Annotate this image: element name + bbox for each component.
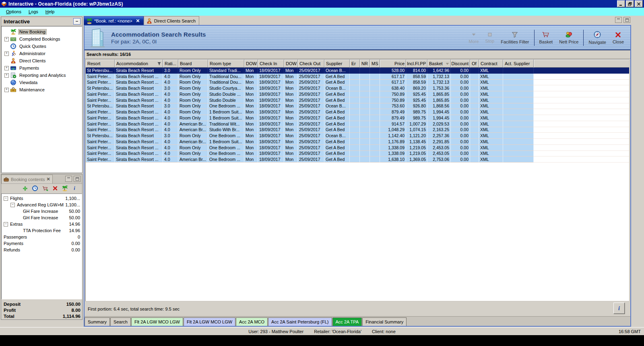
- cell-rati-: 4.0: [163, 115, 178, 121]
- window-minimize-button[interactable]: [617, 0, 625, 7]
- result-row[interactable]: St Petersbu...Sirata Beach Resort3.0Room…: [86, 85, 629, 91]
- column-header-check-out[interactable]: Check Out: [298, 60, 324, 68]
- expand-plus-icon[interactable]: +: [4, 88, 9, 92]
- booking-panel-minimize-button[interactable]: [65, 176, 72, 182]
- toolbar-close-button[interactable]: Close: [609, 31, 627, 44]
- booking-toolbar-delx-button[interactable]: [52, 185, 58, 192]
- booking-tree-item[interactable]: −Advanced Reg LGW>M1,100...: [2, 202, 82, 208]
- window-close-button[interactable]: [635, 0, 643, 7]
- result-row[interactable]: Saint Peter...Sirata Beach Resort ...4.0…: [86, 121, 629, 127]
- result-row[interactable]: St Petersbu...Sirata Beach Resort3.0Room…: [86, 103, 629, 109]
- info-button[interactable]: i: [613, 303, 625, 314]
- tab-direct-clients-search[interactable]: Direct Clients Search: [144, 16, 199, 25]
- result-row[interactable]: Saint Peter...Sirata Beach Resort ...4.0…: [86, 151, 629, 157]
- section-tab-flt-2a-lgw-mco-lgw[interactable]: Flt 2A LGW MCO LGW: [184, 317, 235, 326]
- result-row[interactable]: Saint Peter...Sirata Beach Resort ...4.0…: [86, 74, 629, 80]
- result-row[interactable]: Saint Peter...Sirata Beach Resort ...4.0…: [86, 91, 629, 97]
- section-tab-flt-2a-lgw-mco-lgw[interactable]: Flt 2A LGW MCO LGW: [131, 317, 183, 326]
- sidebar-item-quick-quotes[interactable]: Quick Quotes: [2, 43, 82, 50]
- sidebar-item-administrator[interactable]: +Administrator: [2, 50, 82, 57]
- booking-tree-item[interactable]: Refunds0.00: [2, 247, 82, 253]
- toolbar-basket-button[interactable]: Basket: [536, 31, 556, 44]
- column-header-basket[interactable]: Basket: [427, 60, 451, 68]
- result-row[interactable]: St Petersbu...Sirata Beach Resort3.0Room…: [86, 133, 629, 139]
- sidebar-item-reporting-and-analytics[interactable]: +Reporting and Analytics: [2, 72, 82, 79]
- booking-toolbar-cartmove-button[interactable]: [42, 185, 49, 192]
- column-header-incl-fl-pp[interactable]: Incl.Fl.PP: [406, 60, 427, 68]
- sidebar-item-maintenance[interactable]: +Maintenance: [2, 86, 82, 93]
- column-header-act-supplier[interactable]: Act. Supplier: [503, 60, 534, 68]
- column-header-rati-[interactable]: Rati...: [163, 60, 178, 68]
- tab-booking-ref[interactable]: *Book. ref.: <none>: [84, 16, 144, 25]
- sidebar-item-viewdata[interactable]: Viewdata: [2, 79, 82, 86]
- section-tab-search[interactable]: Search: [110, 317, 131, 326]
- sidebar-item-direct-clients[interactable]: Direct Clients: [2, 57, 82, 64]
- section-tab-summary[interactable]: Summary: [85, 317, 110, 326]
- result-row[interactable]: Saint Peter...Sirata Beach Resort ...4.0…: [86, 97, 629, 103]
- column-header-ms[interactable]: MS: [370, 60, 380, 68]
- booking-tree-item[interactable]: −Extras14.96: [2, 221, 82, 227]
- result-row[interactable]: Saint Peter...Sirata Beach Resort ...4.0…: [86, 80, 629, 86]
- tab-close-icon[interactable]: [136, 19, 140, 23]
- expand-plus-icon[interactable]: +: [4, 73, 9, 78]
- expand-plus-icon[interactable]: +: [4, 51, 9, 56]
- cell-check-in: 18/09/2017: [258, 97, 284, 103]
- toolbar-nett-price-button[interactable]: Nett Price: [556, 31, 582, 44]
- main-panel-minimize-button[interactable]: [615, 17, 622, 23]
- column-header-accommodation[interactable]: Accommodation: [115, 60, 163, 68]
- column-header-room-type[interactable]: Room type: [208, 60, 244, 68]
- main-panel-maximize-button[interactable]: [623, 17, 630, 23]
- booking-toolbar-clock-button[interactable]: [32, 185, 38, 192]
- booking-panel-maximize-button[interactable]: [74, 176, 80, 182]
- column-header-dow[interactable]: DOW: [284, 60, 298, 68]
- collapse-minus-icon[interactable]: −: [10, 203, 15, 207]
- result-row[interactable]: Saint Peter...Sirata Beach Resort ...4.0…: [86, 109, 629, 115]
- column-header-nr[interactable]: NR: [360, 60, 370, 68]
- result-row[interactable]: Saint Peter...Sirata Beach Resort ...4.0…: [86, 145, 629, 151]
- expand-plus-icon[interactable]: +: [4, 66, 9, 70]
- column-header-er[interactable]: Er: [350, 60, 360, 68]
- sidebar-item-payments[interactable]: +$Payments: [2, 64, 82, 72]
- sidebar-collapse-button[interactable]: [73, 18, 80, 25]
- menu-options[interactable]: Options: [2, 8, 25, 15]
- booking-tree-item[interactable]: Payments0.00: [2, 240, 82, 247]
- booking-tree-item[interactable]: −Flights1,100...: [2, 195, 82, 202]
- booking-toolbar-plus-button[interactable]: [22, 185, 28, 192]
- column-header-of[interactable]: Of: [470, 60, 479, 68]
- column-header-price[interactable]: Price: [380, 60, 406, 68]
- column-header-discount[interactable]: Discount: [451, 60, 470, 68]
- sidebar-item-completed-bookings[interactable]: +Completed Bookings: [2, 35, 82, 43]
- booking-tree-item[interactable]: TTA Protection Fee14.96: [2, 227, 82, 234]
- section-tab-acc-2a-saint-petersburg-fl-[interactable]: Acc 2A Saint Petersburg (FL): [268, 317, 332, 326]
- menu-logs[interactable]: Logs: [25, 8, 42, 15]
- column-header-board[interactable]: Board: [178, 60, 208, 68]
- section-tab-acc-2a-mco[interactable]: Acc 2A MCO: [236, 317, 268, 326]
- window-restore-button[interactable]: [626, 0, 634, 7]
- section-tab-financial-summary[interactable]: Financial Summary: [362, 317, 407, 326]
- result-row[interactable]: St Petersbu...Sirata Beach Resort3.0Room…: [86, 68, 629, 74]
- result-row[interactable]: Saint Peter...Sirata Beach Resort ...4.0…: [86, 139, 629, 145]
- result-row[interactable]: Saint Peter...Sirata Beach Resort ...4.0…: [86, 115, 629, 121]
- sidebar-item-new-booking[interactable]: New Booking: [2, 28, 82, 35]
- booking-tree-item[interactable]: Passengers0: [2, 234, 82, 240]
- result-row[interactable]: Saint Peter...Sirata Beach Resort ...4.0…: [86, 157, 629, 163]
- toolbar-facilities-filter-button[interactable]: Facilities Filter: [497, 31, 532, 44]
- column-header-contract[interactable]: Contract: [479, 60, 503, 68]
- result-row[interactable]: Saint Peter...Sirata Beach Resort ...4.0…: [86, 127, 629, 133]
- booking-contents-close-icon[interactable]: ✕: [46, 177, 50, 182]
- column-header-supplier[interactable]: Supplier: [324, 60, 350, 68]
- booking-toolbar-info-button[interactable]: i: [72, 185, 77, 192]
- collapse-minus-icon[interactable]: −: [4, 222, 8, 227]
- toolbar-navigate-button[interactable]: Navigate: [585, 31, 609, 45]
- section-tab-acc-2a-tpa[interactable]: Acc 2A TPA: [332, 317, 362, 326]
- booking-contents-tab[interactable]: Booking contents ✕: [1, 175, 53, 183]
- booking-tree-item[interactable]: GH Fare Increase50.00: [2, 208, 82, 214]
- menu-help[interactable]: Help: [42, 8, 58, 15]
- column-header-dow[interactable]: DOW: [244, 60, 258, 68]
- column-header-resort[interactable]: Resort: [86, 60, 115, 68]
- column-header-check-in[interactable]: Check In: [258, 60, 284, 68]
- booking-tree-item[interactable]: GH Fare Increase50.00: [2, 214, 82, 221]
- expand-plus-icon[interactable]: +: [4, 37, 9, 41]
- booking-toolbar-palm-button[interactable]: [62, 185, 68, 192]
- collapse-minus-icon[interactable]: −: [4, 196, 8, 201]
